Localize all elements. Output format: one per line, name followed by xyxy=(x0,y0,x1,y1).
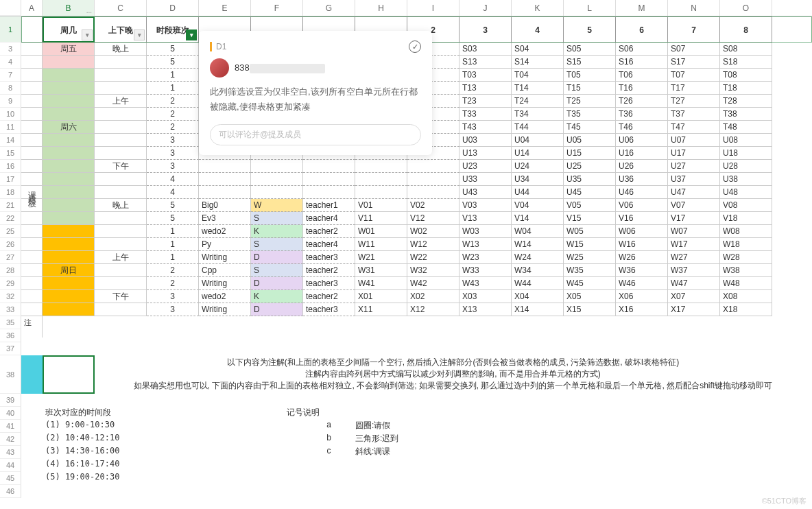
code[interactable]: D xyxy=(251,303,303,316)
cell[interactable]: T13 xyxy=(459,82,512,95)
code[interactable] xyxy=(251,173,303,186)
cell[interactable]: T37 xyxy=(668,108,720,121)
slot[interactable]: 1 xyxy=(147,251,199,264)
course[interactable] xyxy=(199,186,251,199)
cell[interactable]: W02 xyxy=(407,225,459,238)
cell[interactable]: X17 xyxy=(668,303,720,316)
session[interactable] xyxy=(95,186,147,199)
cell[interactable]: W36 xyxy=(616,264,668,277)
cell[interactable]: V04 xyxy=(512,199,564,212)
cell[interactable]: X05 xyxy=(564,290,616,303)
cell[interactable]: V01 xyxy=(355,199,407,212)
cell[interactable]: W04 xyxy=(512,225,564,238)
row-head[interactable]: 14 xyxy=(0,134,21,147)
cell[interactable]: W05 xyxy=(564,225,616,238)
cell[interactable]: U47 xyxy=(668,186,720,199)
cell[interactable]: W32 xyxy=(407,264,459,277)
cell[interactable]: S03 xyxy=(459,43,512,56)
cell[interactable]: U16 xyxy=(616,147,668,160)
cell[interactable]: V16 xyxy=(616,212,668,225)
cell[interactable]: W16 xyxy=(616,238,668,251)
day-saturday[interactable] xyxy=(43,82,95,95)
cell[interactable]: U14 xyxy=(512,147,564,160)
col-head-b[interactable]: B ... xyxy=(43,0,95,16)
row-head[interactable]: 26 xyxy=(0,238,21,251)
cell[interactable]: T24 xyxy=(512,95,564,108)
cell[interactable]: T25 xyxy=(564,95,616,108)
day-saturday[interactable] xyxy=(43,173,95,186)
col-head-i[interactable]: I xyxy=(407,0,459,16)
cell[interactable]: T26 xyxy=(616,95,668,108)
day-sunday[interactable]: 周日 xyxy=(43,264,95,277)
header-4[interactable]: 4 xyxy=(512,16,564,43)
cell[interactable]: X11 xyxy=(355,303,407,316)
slot[interactable]: 2 xyxy=(147,121,199,134)
cell[interactable] xyxy=(407,186,459,199)
col-head-g[interactable]: G xyxy=(303,0,355,16)
course[interactable]: Writing xyxy=(199,251,251,264)
cell[interactable]: S05 xyxy=(564,43,616,56)
slot[interactable]: 5 xyxy=(147,199,199,212)
row-head[interactable]: 15 xyxy=(0,147,21,160)
course[interactable]: Big0 xyxy=(199,199,251,212)
row-head[interactable]: 32 xyxy=(0,290,21,303)
cell[interactable]: X08 xyxy=(720,290,772,303)
header-8[interactable]: 8 xyxy=(720,16,772,43)
session[interactable] xyxy=(95,134,147,147)
cell[interactable]: X01 xyxy=(355,290,407,303)
cell[interactable]: W15 xyxy=(564,238,616,251)
row-head[interactable]: 3 xyxy=(0,43,21,56)
cell[interactable]: W37 xyxy=(668,264,720,277)
session[interactable] xyxy=(95,108,147,121)
cell[interactable] xyxy=(355,160,407,173)
cell[interactable]: T18 xyxy=(720,82,772,95)
row-head[interactable]: 4 xyxy=(0,56,21,69)
cell[interactable]: W03 xyxy=(459,225,512,238)
row-head[interactable]: 42 xyxy=(0,433,21,446)
cell[interactable]: U25 xyxy=(564,160,616,173)
cell[interactable]: T16 xyxy=(616,82,668,95)
day-saturday[interactable] xyxy=(43,108,95,121)
slot[interactable]: 1 xyxy=(147,82,199,95)
slot[interactable]: 3 xyxy=(147,160,199,173)
cell[interactable]: T43 xyxy=(459,121,512,134)
row-head[interactable]: 33 xyxy=(0,303,21,316)
col-head-l[interactable]: L xyxy=(564,0,616,16)
cell[interactable] xyxy=(407,173,459,186)
session[interactable] xyxy=(95,277,147,290)
session-evening[interactable]: 晚上 xyxy=(95,43,147,56)
code[interactable]: D xyxy=(251,277,303,290)
cell[interactable]: S18 xyxy=(720,56,772,69)
cell[interactable]: V18 xyxy=(720,212,772,225)
cell[interactable]: V05 xyxy=(564,199,616,212)
cell[interactable]: V08 xyxy=(720,199,772,212)
row-head[interactable]: 11 xyxy=(0,121,21,134)
cell[interactable]: T44 xyxy=(512,121,564,134)
slot[interactable]: 4 xyxy=(147,186,199,199)
code[interactable] xyxy=(251,186,303,199)
cell[interactable]: S04 xyxy=(512,43,564,56)
row-head[interactable]: 35 xyxy=(0,316,21,329)
col-head-f[interactable]: F xyxy=(251,0,303,16)
slot[interactable]: 2 xyxy=(147,277,199,290)
col-head-h[interactable]: H xyxy=(355,0,407,16)
teacher[interactable]: teacher3 xyxy=(303,303,355,316)
teacher[interactable] xyxy=(303,173,355,186)
header-6[interactable]: 6 xyxy=(616,16,668,43)
slot[interactable]: 1 xyxy=(147,225,199,238)
header-5[interactable]: 5 xyxy=(564,16,616,43)
code[interactable]: K xyxy=(251,290,303,303)
cell[interactable]: W21 xyxy=(355,251,407,264)
slot[interactable]: 3 xyxy=(147,134,199,147)
row-head[interactable]: 38 xyxy=(0,355,21,394)
cell[interactable]: U34 xyxy=(512,173,564,186)
cell[interactable]: W44 xyxy=(512,277,564,290)
cell[interactable]: T46 xyxy=(616,121,668,134)
cell[interactable]: U36 xyxy=(616,173,668,186)
cell[interactable]: T35 xyxy=(564,108,616,121)
session[interactable] xyxy=(95,238,147,251)
slot[interactable]: 3 xyxy=(147,303,199,316)
cell[interactable]: V12 xyxy=(407,212,459,225)
cell[interactable]: W28 xyxy=(720,251,772,264)
session[interactable] xyxy=(95,264,147,277)
